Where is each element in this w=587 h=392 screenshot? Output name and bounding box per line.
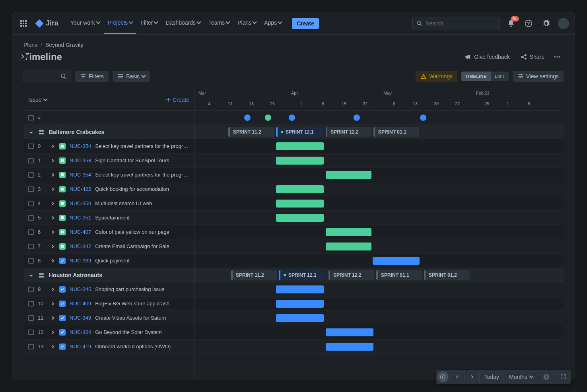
sprint-bar[interactable]: SPRINT 01.1 [373, 127, 419, 137]
next-button[interactable] [465, 371, 480, 380]
issue-key[interactable]: NUC-354 [70, 143, 91, 149]
sprint-bar[interactable]: SPRINT 12.2 [326, 127, 371, 137]
create-button[interactable]: Create [292, 18, 319, 29]
gantt-bar[interactable] [276, 314, 324, 322]
row-checkbox[interactable] [28, 172, 34, 178]
sprint-bar[interactable]: SPRINT 01.2 [424, 270, 470, 280]
gantt-bar[interactable] [326, 343, 373, 351]
issue-key[interactable]: NUC-422 [70, 186, 91, 192]
row-checkbox[interactable] [28, 330, 34, 335]
row-expand[interactable] [50, 158, 55, 163]
sprint-bar[interactable]: SPRINT 11.2 [231, 270, 277, 280]
row-expand[interactable] [50, 229, 55, 235]
select-all-checkbox[interactable] [28, 115, 34, 120]
more-actions-button[interactable] [551, 50, 564, 63]
timeline-tab[interactable]: TIMELINE [461, 72, 491, 81]
row-checkbox[interactable] [28, 244, 34, 249]
issue-search[interactable] [23, 70, 71, 83]
issue-key[interactable]: NUC-364 [70, 329, 91, 335]
nav-teams[interactable]: Teams [204, 12, 233, 34]
create-issue-button[interactable]: Create [165, 97, 189, 103]
jira-logo[interactable]: Jira [31, 19, 62, 28]
gantt-bar[interactable] [276, 285, 324, 293]
row-expand[interactable] [50, 144, 55, 149]
nav-projects[interactable]: Projects [104, 12, 137, 34]
gantt-bar[interactable] [326, 243, 371, 250]
row-expand[interactable] [50, 201, 55, 206]
row-checkbox[interactable] [28, 144, 34, 149]
app-switcher[interactable] [17, 17, 30, 30]
warnings-button[interactable]: Warnings [416, 71, 457, 82]
issue-key[interactable]: NUC-350 [70, 200, 91, 206]
prev-button[interactable] [450, 371, 465, 380]
row-checkbox[interactable] [28, 201, 34, 206]
row-checkbox[interactable] [28, 229, 34, 235]
row-checkbox[interactable] [28, 158, 34, 163]
issue-key[interactable]: NUC-349 [70, 315, 91, 321]
sprint-bar[interactable]: SPRINT 11.2 [228, 127, 274, 137]
issue-key[interactable]: NUC-339 [70, 258, 91, 264]
sprint-bar[interactable]: SPRINT 12.1 [276, 127, 324, 137]
basic-dropdown[interactable]: Basic [113, 71, 150, 82]
issue-key[interactable]: NUC-354 [70, 172, 91, 178]
fullscreen-button[interactable] [555, 371, 571, 380]
row-expand[interactable] [50, 344, 55, 349]
filters-button[interactable]: Filters [75, 71, 109, 82]
sprint-bar[interactable]: SPRINT 12.1 [279, 270, 327, 280]
settings-button[interactable] [540, 17, 552, 30]
row-checkbox[interactable] [28, 315, 34, 321]
issue-key[interactable]: NUC-347 [70, 243, 91, 249]
row-checkbox[interactable] [28, 344, 34, 349]
nav-filter[interactable]: Filter [136, 12, 161, 34]
issue-key[interactable]: NUC-358 [70, 157, 91, 163]
today-button[interactable]: Today [480, 371, 504, 380]
nav-your-work[interactable]: Your work [66, 12, 104, 34]
list-tab[interactable]: LIST [491, 72, 509, 81]
share-button[interactable]: Share [516, 52, 548, 62]
row-expand[interactable] [50, 330, 55, 335]
milestone-marker[interactable] [265, 114, 271, 121]
gantt-bar[interactable] [326, 328, 373, 336]
row-checkbox[interactable] [28, 215, 34, 221]
zoom-unit-dropdown[interactable]: Months [504, 371, 538, 380]
issue-key[interactable]: NUC-407 [70, 229, 91, 235]
row-checkbox[interactable] [28, 301, 34, 307]
gantt-bar[interactable] [326, 171, 371, 179]
row-checkbox[interactable] [28, 258, 34, 264]
issue-key[interactable]: NUC-351 [70, 215, 91, 221]
breadcrumb-plan[interactable]: Beyond Gravity [45, 42, 84, 48]
gantt-bar[interactable] [373, 257, 420, 265]
row-checkbox[interactable] [28, 287, 34, 292]
row-expand[interactable] [50, 172, 55, 178]
gantt-bar[interactable] [276, 214, 324, 222]
view-settings-button[interactable]: View settings [513, 71, 564, 82]
milestone-marker[interactable] [244, 114, 251, 121]
group-toggle[interactable] [28, 129, 34, 135]
legend-button[interactable]: i [538, 370, 555, 380]
issue-key[interactable]: NUC-345 [70, 286, 91, 292]
sidebar-expand[interactable] [17, 52, 27, 61]
nav-plans[interactable]: Plans [233, 12, 260, 34]
gantt-bar[interactable] [276, 200, 324, 208]
gantt-bar[interactable] [276, 185, 324, 193]
sprint-bar[interactable]: SPRINT 01.1 [376, 270, 422, 280]
group-toggle[interactable] [28, 272, 34, 278]
scroll-to-button[interactable] [437, 371, 449, 380]
sprint-bar[interactable]: SPRINT 12.2 [328, 270, 374, 280]
gantt-bar[interactable] [276, 300, 324, 308]
profile-button[interactable] [557, 17, 570, 30]
nav-dashboards[interactable]: Dashboards [161, 12, 204, 34]
milestone-marker[interactable] [289, 114, 295, 121]
help-button[interactable]: ? [522, 17, 535, 30]
milestone-marker[interactable] [354, 114, 360, 121]
global-search[interactable] [412, 17, 500, 30]
row-expand[interactable] [50, 258, 55, 264]
row-expand[interactable] [50, 287, 55, 292]
row-expand[interactable] [50, 215, 55, 221]
issue-key[interactable]: NUC-409 [70, 301, 91, 307]
gantt-bar[interactable] [326, 228, 371, 236]
issue-key[interactable]: NUC-419 [70, 343, 91, 349]
row-checkbox[interactable] [28, 186, 34, 192]
row-expand[interactable] [50, 186, 55, 192]
nav-apps[interactable]: Apps [260, 12, 286, 34]
